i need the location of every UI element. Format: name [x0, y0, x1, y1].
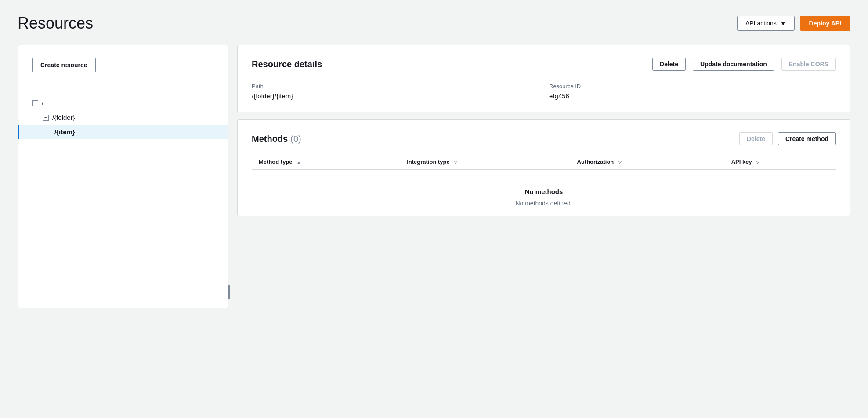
- methods-empty-state: No methods No methods defined.: [252, 170, 836, 216]
- resource-details-header: Resource details Delete Update documenta…: [252, 58, 836, 71]
- methods-header: Methods (0) Delete Create method: [252, 132, 836, 145]
- path-field: Path /{folder}/{item}: [252, 83, 539, 100]
- update-documentation-button[interactable]: Update documentation: [693, 58, 774, 71]
- tree-item-root[interactable]: − /: [18, 96, 228, 110]
- tree-item-folder[interactable]: − /{folder}: [18, 110, 228, 125]
- resource-tree: − / − /{folder} /{item}: [18, 85, 228, 150]
- create-method-button[interactable]: Create method: [778, 132, 836, 145]
- api-key-column[interactable]: API key ▽: [724, 154, 836, 170]
- api-actions-label: API actions: [745, 20, 777, 27]
- api-key-label: API key: [731, 159, 752, 165]
- methods-table: Method type ▲ Integration type ▽ Authori…: [252, 154, 836, 170]
- resource-details-title: Resource details: [252, 59, 322, 69]
- left-panel: Create resource − / − /{folder} /{item}: [18, 45, 228, 308]
- tree-item-item-label: /{item}: [54, 128, 75, 136]
- authorization-label: Authorization: [577, 159, 614, 165]
- api-key-sort-icon: ▽: [756, 160, 760, 165]
- resize-handle-bar: [228, 285, 230, 299]
- chevron-down-icon: ▼: [780, 20, 786, 27]
- method-type-label: Method type: [259, 159, 293, 165]
- tree-item-item[interactable]: /{item}: [18, 125, 228, 139]
- methods-count: (0): [290, 134, 301, 144]
- methods-card: Methods (0) Delete Create method Method …: [237, 119, 850, 216]
- header-actions: API actions ▼ Deploy API: [737, 16, 850, 31]
- no-methods-title: No methods: [252, 188, 836, 195]
- resource-delete-button[interactable]: Delete: [652, 58, 686, 71]
- deploy-api-button[interactable]: Deploy API: [800, 16, 850, 31]
- collapse-root-icon: −: [32, 100, 38, 106]
- authorization-sort-icon: ▽: [618, 160, 622, 165]
- api-actions-button[interactable]: API actions ▼: [737, 16, 795, 31]
- resource-details-card: Resource details Delete Update documenta…: [237, 45, 850, 112]
- enable-cors-button: Enable CORS: [781, 58, 836, 71]
- path-label: Path: [252, 83, 539, 90]
- right-panel: Resource details Delete Update documenta…: [237, 45, 850, 216]
- tree-item-folder-label: /{folder}: [52, 114, 75, 121]
- resource-id-label: Resource ID: [549, 83, 836, 90]
- resource-details-grid: Path /{folder}/{item} Resource ID efg456: [252, 83, 836, 100]
- create-resource-button[interactable]: Create resource: [32, 58, 96, 72]
- methods-title: Methods: [252, 134, 288, 144]
- integration-type-label: Integration type: [407, 159, 450, 165]
- methods-actions: Delete Create method: [739, 132, 836, 145]
- no-methods-description: No methods defined.: [252, 200, 836, 207]
- methods-delete-button: Delete: [739, 132, 773, 145]
- page-title: Resources: [18, 14, 93, 32]
- integration-type-column[interactable]: Integration type ▽: [400, 154, 570, 170]
- methods-table-header-row: Method type ▲ Integration type ▽ Authori…: [252, 154, 836, 170]
- resource-id-field: Resource ID efg456: [549, 83, 836, 100]
- tree-item-root-label: /: [42, 99, 43, 107]
- authorization-column[interactable]: Authorization ▽: [570, 154, 724, 170]
- main-content: Create resource − / − /{folder} /{item}: [18, 45, 850, 308]
- method-type-sort-asc-icon: ▲: [297, 160, 301, 165]
- collapse-folder-icon: −: [43, 115, 49, 121]
- resource-id-value: efg456: [549, 92, 569, 100]
- method-type-column[interactable]: Method type ▲: [252, 154, 400, 170]
- resize-handle[interactable]: [227, 45, 231, 308]
- create-resource-section: Create resource: [18, 45, 228, 85]
- path-value: /{folder}/{item}: [252, 92, 293, 100]
- integration-type-sort-icon: ▽: [454, 160, 457, 165]
